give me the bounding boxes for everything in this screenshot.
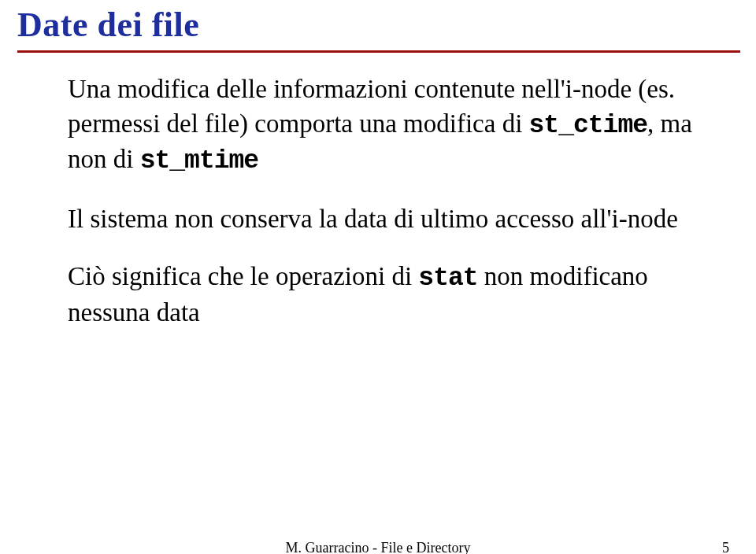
paragraph-2: Il sistema non conserva la data di ultim…	[68, 202, 713, 237]
title-underline	[17, 50, 740, 53]
paragraph-3: Ciò significa che le operazioni di stat …	[68, 260, 713, 330]
para3-text-a: Ciò significa che le operazioni di	[68, 262, 418, 290]
slide-body: Una modifica delle informazioni contenut…	[68, 72, 713, 353]
slide-title: Date dei file	[17, 5, 199, 45]
footer-center-text: M. Guarracino - File e Directory	[0, 540, 756, 554]
footer-page-number: 5	[722, 540, 729, 554]
code-st-mtime: st_mtime	[140, 146, 258, 175]
paragraph-1: Una modifica delle informazioni contenut…	[68, 72, 713, 179]
slide: Date dei file Una modifica delle informa…	[0, 0, 756, 554]
code-stat: stat	[418, 264, 477, 293]
code-st-ctime: st_ctime	[529, 111, 647, 140]
